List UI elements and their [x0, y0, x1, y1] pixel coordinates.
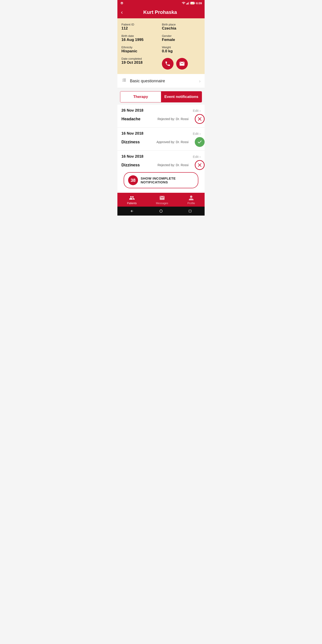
patient-id-label: Patient ID — [122, 23, 160, 26]
svg-rect-3 — [188, 2, 188, 4]
svg-rect-2 — [187, 3, 188, 5]
event-status-text: Rejected by: Dr. Rossi — [158, 117, 189, 121]
birth-date-field: Birth date 16 Aug 1995 — [122, 34, 160, 42]
weight-value: 0.0 kg — [162, 49, 200, 54]
phone-icon — [165, 61, 170, 67]
birth-place-field: Birth place Czechia — [162, 23, 200, 31]
event-item-partial: 16 Nov 2018 Edit › Dizziness Rejected by… — [118, 151, 204, 193]
chevron-right-icon: › — [200, 155, 200, 158]
event-date: 16 Nov 2018 — [122, 131, 143, 136]
ethnicity-field: Ethnicity Hispanic — [122, 46, 160, 54]
therapy-tabs: Therapy Event notifications — [120, 91, 202, 102]
rejected-icon — [195, 160, 204, 170]
event-status: Rejected by: Dr. Rossi — [158, 114, 201, 124]
chevron-right-icon: › — [200, 109, 200, 112]
patient-id-field: Patient ID 112 — [122, 23, 160, 31]
chevron-right-icon: › — [199, 78, 200, 84]
patient-info-card: Patient ID 112 Birth place Czechia Birth… — [118, 18, 204, 74]
event-header: 26 Nov 2018 Edit › — [122, 108, 200, 113]
event-date: 26 Nov 2018 — [122, 108, 143, 113]
event-status: Approved by: Dr. Rossi — [156, 137, 200, 147]
weight-label: Weight — [162, 46, 200, 49]
birth-place-label: Birth place — [162, 23, 200, 26]
status-left — [120, 1, 124, 5]
event-body: Dizziness Approved by: Dr. Rossi — [122, 137, 200, 147]
android-home-button[interactable] — [158, 209, 164, 214]
event-date: 16 Nov 2018 — [122, 154, 143, 159]
event-name: Headache — [122, 117, 140, 122]
birth-date-value: 16 Aug 1995 — [122, 38, 160, 42]
status-bar: ⚡ 6:09 — [118, 0, 204, 6]
patients-icon — [129, 195, 135, 201]
event-header: 16 Nov 2018 Edit › — [122, 154, 200, 159]
android-back-icon — [130, 209, 134, 213]
date-completed-label: Date completed — [122, 57, 160, 60]
tab-event-notifications[interactable]: Event notifications — [161, 92, 202, 102]
email-button[interactable] — [176, 58, 188, 70]
gender-field: Gender Female — [162, 34, 200, 42]
nav-profile-label: Profile — [188, 202, 195, 205]
nav-patients[interactable]: Patients — [127, 195, 137, 205]
event-edit-button[interactable]: Edit › — [193, 132, 200, 136]
contact-row — [162, 58, 200, 70]
svg-rect-4 — [188, 2, 189, 4]
bottom-navigation: Patients Messages Profile — [118, 193, 204, 206]
date-completed-field: Date completed 19 Oct 2018 — [122, 57, 160, 70]
android-navigation-bar — [118, 206, 204, 216]
approved-icon — [195, 137, 204, 147]
date-completed-value: 19 Oct 2018 — [122, 60, 160, 65]
back-button[interactable]: ‹ — [121, 10, 123, 15]
page-title: Kurt Prohaska — [126, 10, 194, 15]
list-icon — [122, 78, 127, 83]
event-status-text: Approved by: Dr. Rossi — [156, 140, 188, 144]
event-item: 16 Nov 2018 Edit › Dizziness Approved by… — [118, 128, 204, 151]
event-name: Dizziness — [122, 140, 140, 144]
event-header: 16 Nov 2018 Edit › — [122, 131, 200, 136]
gender-label: Gender — [162, 34, 200, 38]
android-back-button[interactable] — [130, 209, 134, 214]
svg-point-13 — [160, 210, 162, 212]
tab-therapy[interactable]: Therapy — [120, 92, 161, 102]
weight-field: Weight 0.0 kg — [162, 46, 200, 54]
incomplete-notifications-toast[interactable]: 38 SHOW INCOMPLETE NOTIFICATIONS — [124, 172, 198, 188]
chevron-right-icon: › — [200, 132, 200, 136]
android-recents-button[interactable] — [188, 209, 192, 214]
svg-rect-1 — [186, 4, 187, 4]
event-edit-button[interactable]: Edit › — [193, 155, 200, 158]
event-status: Rejected by: Dr. Rossi — [158, 160, 201, 170]
svg-rect-14 — [189, 210, 192, 212]
gender-value: Female — [162, 38, 200, 42]
event-name: Dizziness — [122, 163, 140, 168]
wifi-icon — [182, 2, 185, 4]
toast-label: SHOW INCOMPLETE NOTIFICATIONS — [141, 176, 194, 184]
profile-icon — [188, 195, 194, 201]
messages-icon — [159, 195, 165, 201]
questionnaire-row[interactable]: Basic questionnaire › — [118, 74, 204, 88]
nav-profile[interactable]: Profile — [188, 195, 195, 205]
status-right: ⚡ 6:09 — [182, 2, 202, 5]
ethnicity-label: Ethnicity — [122, 46, 160, 49]
email-icon — [179, 61, 185, 67]
signal-bars-icon — [186, 2, 190, 4]
contact-field — [162, 57, 200, 70]
patient-id-value: 112 — [122, 26, 160, 31]
birth-place-value: Czechia — [162, 26, 200, 31]
nav-messages-label: Messages — [156, 202, 168, 205]
event-body: Headache Rejected by: Dr. Rossi — [122, 114, 200, 124]
nav-messages[interactable]: Messages — [156, 195, 168, 205]
questionnaire-icon — [122, 78, 127, 84]
phone-button[interactable] — [162, 58, 174, 70]
rejected-icon — [195, 114, 204, 124]
app-header: ‹ Kurt Prohaska — [118, 6, 204, 18]
event-body: Dizziness Rejected by: Dr. Rossi — [122, 160, 200, 170]
svg-point-0 — [120, 2, 123, 4]
android-home-icon — [159, 209, 163, 213]
events-list: 26 Nov 2018 Edit › Headache Rejected by:… — [118, 105, 204, 193]
birth-date-label: Birth date — [122, 34, 160, 38]
patient-grid: Patient ID 112 Birth place Czechia Birth… — [122, 23, 200, 70]
event-status-text: Rejected by: Dr. Rossi — [158, 163, 189, 167]
nav-patients-label: Patients — [127, 202, 137, 205]
event-edit-button[interactable]: Edit › — [193, 109, 200, 112]
svg-rect-6 — [194, 3, 195, 4]
event-item: 26 Nov 2018 Edit › Headache Rejected by:… — [118, 105, 204, 128]
